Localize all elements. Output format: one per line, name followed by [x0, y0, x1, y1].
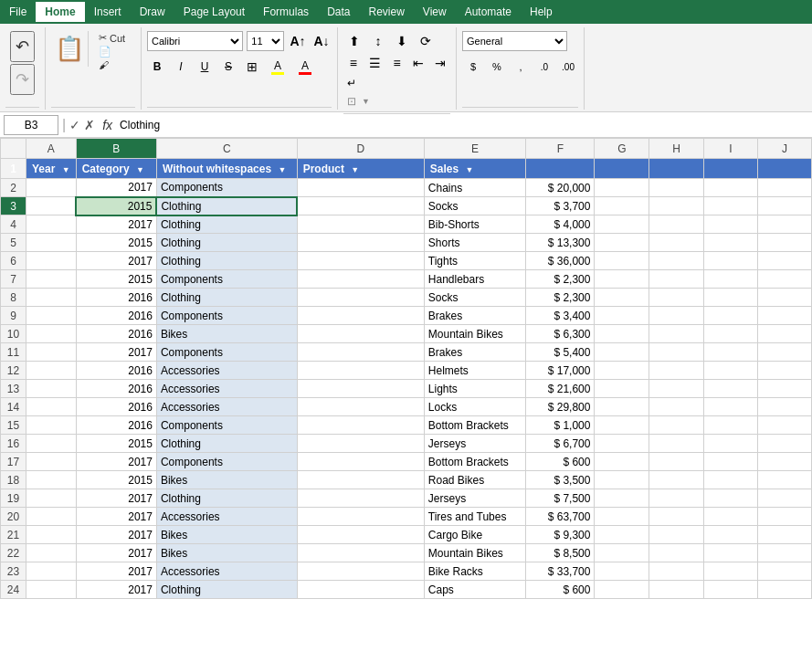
cell-a[interactable]	[26, 435, 77, 453]
menu-review[interactable]: Review	[359, 2, 413, 22]
cell-whitespaces[interactable]	[297, 508, 424, 526]
align-center-button[interactable]: ☰	[365, 53, 385, 73]
cell-whitespaces[interactable]	[297, 581, 424, 599]
cell-year[interactable]: 2015	[76, 234, 156, 252]
col-header-e[interactable]: E	[424, 139, 525, 159]
cell-whitespaces[interactable]	[297, 179, 424, 197]
cell-year[interactable]: 2016	[76, 289, 156, 307]
align-top-button[interactable]: ⬆	[343, 31, 365, 51]
cell-a[interactable]	[26, 215, 77, 234]
cell-product[interactable]: Socks	[424, 197, 525, 215]
cell-category[interactable]: Accessories	[156, 562, 297, 581]
header-cell[interactable]: Without whitespaces ▼	[156, 159, 297, 179]
cell-year[interactable]: 2016	[76, 380, 156, 398]
cell-product[interactable]: Mountain Bikes	[424, 325, 525, 343]
cell-sales[interactable]: $ 17,000	[526, 362, 595, 380]
cell-sales[interactable]: $ 6,700	[526, 435, 595, 453]
menu-automate[interactable]: Automate	[456, 2, 521, 22]
cell-a[interactable]	[26, 325, 77, 343]
cell-a[interactable]	[26, 289, 77, 307]
font-shrink-button[interactable]: A↓	[311, 31, 332, 51]
cell-category[interactable]: Clothing	[156, 489, 297, 508]
merge-center-button[interactable]: ⊡ ▼	[343, 93, 450, 110]
cell-sales[interactable]: $ 13,300	[526, 234, 595, 252]
cell-product[interactable]: Locks	[424, 398, 525, 416]
font-size-select[interactable]: 11	[247, 31, 284, 51]
bold-button[interactable]: B	[147, 57, 167, 77]
cell-sales[interactable]: $ 600	[526, 581, 595, 599]
cell-sales[interactable]: $ 2,300	[526, 270, 595, 289]
currency-button[interactable]: $	[462, 57, 484, 77]
cell-whitespaces[interactable]	[297, 252, 424, 270]
menu-insert[interactable]: Insert	[85, 2, 131, 22]
cell-whitespaces[interactable]	[297, 362, 424, 380]
cell-sales[interactable]: $ 8,500	[526, 544, 595, 562]
cell-a[interactable]	[26, 489, 77, 508]
cell-a[interactable]	[26, 581, 77, 599]
menu-home[interactable]: Home	[36, 2, 84, 22]
menu-formulas[interactable]: Formulas	[254, 2, 318, 22]
cell-whitespaces[interactable]	[297, 270, 424, 289]
cell-a[interactable]	[26, 544, 77, 562]
cell-year[interactable]: 2016	[76, 325, 156, 343]
cell-a[interactable]	[26, 252, 77, 270]
formula-input[interactable]	[120, 115, 808, 135]
col-header-b[interactable]: B	[76, 139, 156, 159]
cell-product[interactable]: Road Bikes	[424, 471, 525, 489]
cell-whitespaces[interactable]	[297, 398, 424, 416]
cell-sales[interactable]: $ 21,600	[526, 380, 595, 398]
col-header-c[interactable]: C	[156, 139, 297, 159]
cell-product[interactable]: Handlebars	[424, 270, 525, 289]
cell-year[interactable]: 2017	[76, 179, 156, 197]
cell-year[interactable]: 2017	[76, 581, 156, 599]
cell-category[interactable]: Clothing	[156, 215, 297, 234]
redo-button[interactable]: ↷	[10, 64, 35, 95]
cell-sales[interactable]: $ 5,400	[526, 343, 595, 362]
cell-category[interactable]: Clothing	[156, 252, 297, 270]
font-color-button[interactable]: A	[293, 57, 317, 77]
cell-year[interactable]: 2015	[76, 197, 156, 215]
cell-whitespaces[interactable]	[297, 416, 424, 435]
cell-a[interactable]	[26, 398, 77, 416]
header-cell[interactable]: Sales ▼	[424, 159, 525, 179]
cell-year[interactable]: 2016	[76, 307, 156, 325]
cell-category[interactable]: Components	[156, 453, 297, 471]
cell-whitespaces[interactable]	[297, 307, 424, 325]
cell-category[interactable]: Clothing	[156, 581, 297, 599]
cell-category[interactable]: Components	[156, 416, 297, 435]
header-cell[interactable]: Category ▼	[76, 159, 156, 179]
cell-category[interactable]: Components	[156, 307, 297, 325]
cell-product[interactable]: Bib-Shorts	[424, 215, 525, 234]
format-painter-button[interactable]: 🖌	[96, 58, 128, 71]
cell-a[interactable]	[26, 343, 77, 362]
cell-whitespaces[interactable]	[297, 343, 424, 362]
cell-sales[interactable]: $ 3,400	[526, 307, 595, 325]
cell-category[interactable]: Accessories	[156, 380, 297, 398]
cell-product[interactable]: Cargo Bike	[424, 526, 525, 544]
cell-category[interactable]: Bikes	[156, 544, 297, 562]
borders-button[interactable]: ⊞	[242, 57, 262, 77]
cell-a[interactable]	[26, 197, 77, 215]
cell-sales[interactable]: $ 3,500	[526, 471, 595, 489]
cell-category[interactable]: Components	[156, 270, 297, 289]
cell-sales[interactable]: $ 7,500	[526, 489, 595, 508]
cell-product[interactable]: Shorts	[424, 234, 525, 252]
cell-product[interactable]: Tires and Tubes	[424, 508, 525, 526]
cell-year[interactable]: 2016	[76, 362, 156, 380]
decrease-decimal-button[interactable]: .0	[533, 57, 555, 77]
strikethrough-button[interactable]: S	[218, 57, 238, 77]
col-header-g[interactable]: G	[595, 139, 649, 159]
menu-help[interactable]: Help	[521, 2, 562, 22]
undo-button[interactable]: ↶	[10, 31, 35, 62]
fx-label[interactable]: fx	[102, 118, 112, 132]
cell-product[interactable]: Chains	[424, 179, 525, 197]
cell-sales[interactable]: $ 9,300	[526, 526, 595, 544]
cell-product[interactable]: Bottom Brackets	[424, 416, 525, 435]
cell-sales[interactable]: $ 20,000	[526, 179, 595, 197]
menu-data[interactable]: Data	[318, 2, 359, 22]
font-name-select[interactable]: Calibri	[147, 31, 243, 51]
cell-a[interactable]	[26, 526, 77, 544]
align-right-button[interactable]: ≡	[387, 53, 407, 73]
number-format-select[interactable]: General	[462, 31, 567, 51]
cell-category[interactable]: Bikes	[156, 526, 297, 544]
